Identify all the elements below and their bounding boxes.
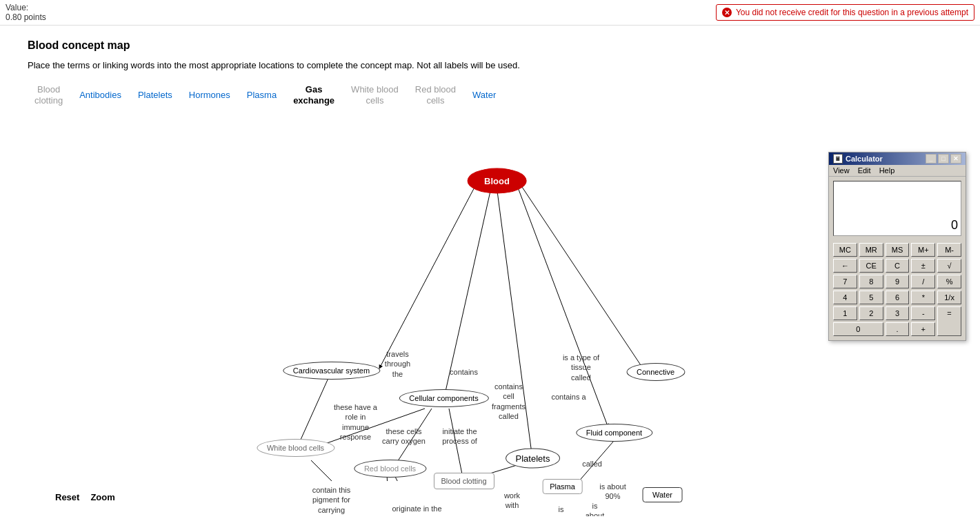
node-red-blood-cells[interactable]: Red blood cells (354, 460, 426, 478)
reset-button[interactable]: Reset (55, 492, 79, 502)
instructions: Place the terms or linking words into th… (28, 60, 952, 70)
label-called: called (582, 459, 602, 469)
top-bar: Value: 0.80 points ✕ You did not receive… (0, 0, 980, 26)
label-contain-pigment: contain thispigment forcarryingoxygen (312, 486, 351, 517)
calc-plusminus[interactable]: ± (911, 259, 935, 273)
value-label: Value: (6, 3, 46, 12)
points-value: 0.80 points (6, 12, 46, 22)
calc-2[interactable]: 2 (859, 306, 883, 320)
calc-backspace[interactable]: ← (833, 259, 857, 273)
calc-9[interactable]: 9 (886, 275, 910, 288)
concept-map: Blood Connective Cardiovascular system C… (180, 122, 801, 481)
node-cellular-components: Cellular components (399, 389, 488, 407)
node-fluid-component: Fluid component (576, 424, 652, 442)
svg-line-1 (446, 191, 490, 391)
term-water[interactable]: Water (472, 90, 496, 101)
term-hormones[interactable]: Hormones (189, 90, 230, 101)
bottom-controls: Reset Zoom (28, 492, 952, 502)
calc-7[interactable]: 7 (833, 275, 857, 288)
label-contains: contains (450, 367, 478, 377)
zoom-button[interactable]: Zoom (90, 492, 114, 502)
calc-minus[interactable]: - (911, 306, 935, 320)
label-originate-in: originate in the (392, 504, 441, 513)
node-platelets[interactable]: Platelets (506, 449, 561, 469)
question-title: Blood concept map (28, 39, 952, 52)
node-water[interactable]: Water (642, 487, 683, 502)
calc-display: 0 (833, 181, 961, 236)
calc-plus[interactable]: + (911, 322, 935, 336)
calc-mr[interactable]: MR (859, 243, 883, 257)
node-cardiovascular: Cardiovascular system (283, 362, 380, 380)
term-gas-exchange[interactable]: Gasexchange (293, 84, 334, 106)
calc-decimal[interactable]: . (886, 322, 910, 336)
label-90pct: is about90% (599, 482, 626, 502)
label-these-cells-carry: these cellscarry oxygen (382, 426, 426, 446)
label-these-have-role: these have arole inimmuneresponse (334, 403, 377, 442)
error-badge: ✕ You did not receive credit for this qu… (716, 4, 974, 21)
calc-mplus[interactable]: M+ (911, 243, 935, 257)
calc-6[interactable]: 6 (886, 291, 910, 304)
calc-ms[interactable]: MS (886, 243, 910, 257)
calc-divide[interactable]: / (911, 275, 935, 288)
calc-titlebar-left: 🖩 Calculator (833, 154, 883, 164)
svg-line-3 (518, 188, 608, 426)
label-initiate: initiate theprocess of (442, 426, 477, 446)
label-travels-through: travelsthroughthe (385, 349, 410, 379)
node-connective: Connective (626, 363, 685, 381)
calc-reciprocal[interactable]: 1/x (937, 291, 961, 304)
calc-multiply[interactable]: * (911, 291, 935, 304)
node-white-blood-cells[interactable]: White blood cells (257, 439, 334, 457)
calc-display-value: 0 (951, 218, 958, 233)
calc-menu-edit[interactable]: Edit (858, 166, 871, 175)
terms-bar: Bloodclotting Antibodies Platelets Hormo… (28, 84, 952, 106)
calc-mc[interactable]: MC (833, 243, 857, 257)
instructions-black: Not all labels will be used. (414, 60, 520, 70)
calc-sqrt[interactable]: √ (937, 259, 961, 273)
calc-menu-view[interactable]: View (833, 166, 850, 175)
calc-5[interactable]: 5 (859, 291, 883, 304)
node-blood: Blood (467, 168, 527, 194)
label-8pct: isabout8% (552, 504, 571, 516)
term-plasma[interactable]: Plasma (247, 90, 277, 101)
calc-win-btns: _ □ ✕ (926, 154, 961, 164)
svg-line-0 (380, 181, 478, 367)
calc-title: Calculator (846, 155, 883, 163)
calc-menu: View Edit Help (829, 165, 966, 177)
calc-percent[interactable]: % (937, 275, 961, 288)
error-text: You did not receive credit for this ques… (736, 8, 968, 17)
svg-line-2 (518, 181, 642, 367)
calc-c[interactable]: C (886, 259, 910, 273)
node-blood-clotting[interactable]: Blood clotting (433, 473, 494, 489)
calc-app-icon: 🖩 (833, 154, 843, 164)
term-white-blood-cells[interactable]: White bloodcells (351, 84, 399, 106)
calc-3[interactable]: 3 (886, 306, 910, 320)
calc-minimize-btn[interactable]: _ (926, 154, 937, 164)
calc-1[interactable]: 1 (833, 306, 857, 320)
calc-ce[interactable]: CE (859, 259, 883, 273)
calc-buttons: MC MR MS M+ M- ← CE C ± √ 7 8 9 / % 4 5 … (829, 240, 966, 340)
calc-4[interactable]: 4 (833, 291, 857, 304)
calculator: 🖩 Calculator _ □ ✕ View Edit Help 0 MC M… (828, 152, 966, 341)
label-is-type: is a type oftissuecalled (563, 353, 599, 382)
term-antibodies[interactable]: Antibodies (79, 90, 121, 101)
calc-0[interactable]: 0 (833, 322, 883, 336)
calc-titlebar: 🖩 Calculator _ □ ✕ (829, 153, 966, 165)
term-red-blood-cells[interactable]: Red bloodcells (415, 84, 456, 106)
question-info: Value: 0.80 points (6, 3, 46, 22)
calc-8[interactable]: 8 (859, 275, 883, 288)
calc-equals[interactable]: = (937, 306, 961, 336)
instructions-blue: Place the terms or linking words into th… (28, 60, 414, 70)
label-contains-cell: containscellfragmentscalled (492, 382, 526, 422)
calc-close-btn[interactable]: ✕ (950, 154, 961, 164)
term-blood-clotting[interactable]: Bloodclotting (34, 84, 63, 106)
term-platelets[interactable]: Platelets (138, 90, 172, 101)
error-icon: ✕ (722, 8, 732, 17)
calc-menu-help[interactable]: Help (879, 166, 895, 175)
calc-mminus[interactable]: M- (937, 243, 961, 257)
label-work-with: workwith (504, 491, 520, 511)
label-1pct: isabout1% (586, 501, 605, 516)
node-plasma[interactable]: Plasma (542, 479, 583, 494)
svg-line-21 (301, 371, 332, 440)
calc-maximize-btn[interactable]: □ (938, 154, 949, 164)
label-contains-a: contains a (551, 392, 586, 402)
